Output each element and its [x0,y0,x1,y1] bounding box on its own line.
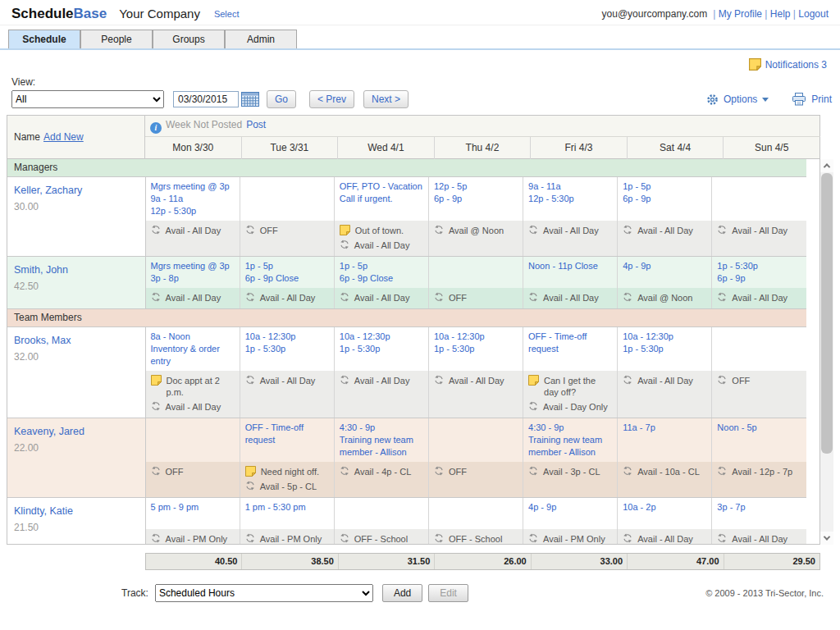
schedule-cell[interactable]: 3p - 7p [712,498,806,529]
schedule-cell[interactable] [712,177,806,221]
availability-cell[interactable]: OFF [428,288,523,309]
add-new-link[interactable]: Add New [43,131,84,143]
scrollbar[interactable] [820,159,833,545]
tab-admin[interactable]: Admin [225,30,297,48]
scroll-up-button[interactable] [820,159,833,172]
availability-cell[interactable]: Avail - 12p - 7p [712,462,806,498]
schedule-cell[interactable]: 4:30 - 9pTraining new team member - Alli… [523,418,618,463]
availability-cell[interactable]: Need night off.Avail - 5p - CL [240,462,334,498]
track-select[interactable]: Scheduled Hours [155,584,373,602]
availability-cell[interactable]: Avail - All Day [145,288,240,309]
schedule-cell[interactable]: 12p - 5p6p - 9p [428,177,523,221]
schedule-cell[interactable] [240,177,334,221]
edit-button[interactable]: Edit [428,584,468,602]
availability-cell[interactable]: OFF [428,462,523,498]
schedule-cell[interactable] [334,498,428,529]
add-button[interactable]: Add [382,584,422,602]
person-name-link[interactable]: Brooks, Max [14,335,139,346]
availability-cell[interactable]: Avail - All Day [618,371,712,418]
schedule-cell[interactable] [712,327,806,372]
schedule-cell[interactable]: Mgrs meeting @ 3p3p - 8p [145,257,240,289]
next-week-button[interactable]: Next > [363,90,409,108]
date-input[interactable] [173,91,239,107]
schedule-cell[interactable]: OFF - Time-off request [240,418,334,463]
schedule-cell[interactable]: Mgrs meeting @ 3p9a - 11a12p - 5:30p [145,177,240,221]
schedule-cell[interactable]: 11a - 7p [618,418,712,463]
schedule-cell[interactable]: 10a - 2p [618,498,712,529]
availability-cell[interactable]: Avail - All Day [428,371,523,418]
view-select[interactable]: All [11,90,164,108]
schedule-cell[interactable]: 1p - 5p6p - 9p [618,177,712,221]
availability-cell[interactable]: Avail - All Day [240,371,334,418]
availability-cell[interactable]: Avail - 3p - CL [523,462,618,498]
schedule-cell[interactable]: 10a - 12:30p1p - 5:30p [428,327,523,372]
availability-cell[interactable]: Out of town.Avail - All Day [334,221,428,257]
schedule-cell[interactable]: 4p - 9p [523,498,618,529]
schedule-cell[interactable]: 10a - 12:30p1p - 5:30p [334,327,428,372]
tab-groups[interactable]: Groups [153,30,225,48]
tab-schedule[interactable]: Schedule [8,30,80,48]
schedule-cell[interactable] [428,498,523,529]
person-name-link[interactable]: Klindty, Katie [14,505,139,517]
schedule-cell[interactable]: 8a - NoonInventory & order entry [145,327,240,372]
availability-cell[interactable]: Avail @ Noon [618,288,712,309]
options-button[interactable]: Options [706,94,769,106]
availability-cell[interactable]: Avail - PM Only [145,529,240,546]
availability-cell[interactable]: Avail - PM Only [523,529,618,546]
nav-link-help[interactable]: Help [770,8,791,20]
select-company-link[interactable]: Select [214,9,240,19]
availability-cell[interactable]: Avail - PM Only [240,529,334,546]
availability-cell[interactable]: Avail - All Day [712,529,806,546]
nav-link-my-profile[interactable]: My Profile [719,8,762,20]
schedule-cell[interactable]: 1p - 5:30p6p - 9p [712,257,806,289]
person-name-link[interactable]: Keller, Zachary [14,185,139,196]
availability-cell[interactable]: OFF - School [334,529,428,546]
availability-cell[interactable]: Avail - All Day [618,529,712,546]
person-name-link[interactable]: Keaveny, Jared [14,426,139,437]
schedule-cell[interactable] [428,257,523,289]
go-button[interactable]: Go [267,90,296,108]
schedule-cell[interactable] [145,418,240,463]
schedule-cell[interactable]: 1p - 5p6p - 9p Close [334,257,428,289]
scroll-down-button[interactable] [820,532,833,545]
schedule-cell[interactable]: OFF - Time-off request [523,327,618,372]
tab-people[interactable]: People [80,30,153,48]
availability-cell[interactable]: Avail - All Day [712,288,806,309]
availability-cell[interactable]: OFF [712,371,806,418]
availability-cell[interactable]: OFF [145,462,240,498]
person-name-link[interactable]: Smith, John [14,264,139,276]
availability-cell[interactable]: OFF [240,221,334,257]
availability-cell[interactable]: Can I get the day off?Avail - Day Only [523,371,618,418]
prev-week-button[interactable]: < Prev [309,90,354,108]
notifications-link[interactable]: Notifications 3 [765,59,827,71]
calendar-button[interactable] [241,92,259,107]
availability-cell[interactable]: Avail - All Day [334,371,428,418]
availability-cell[interactable]: Avail - All Day [145,221,240,257]
schedule-cell[interactable]: 10a - 12:30p1p - 5:30p [240,327,334,372]
schedule-cell[interactable]: 5 pm - 9 pm [145,498,240,529]
availability-cell[interactable]: Avail - 10a - CL [618,462,712,498]
schedule-cell[interactable]: 10a - 12:30p1p - 5:30p [618,327,712,372]
availability-cell[interactable]: OFF - School [428,529,523,546]
schedule-cell[interactable]: 4:30 - 9pTraining new team member - Alli… [334,418,428,463]
availability-cell[interactable]: Avail - 4p - CL [334,462,428,498]
availability-cell[interactable]: Avail - All Day [618,221,712,257]
availability-cell[interactable]: Doc appt at 2 p.m.Avail - All Day [145,371,240,418]
schedule-cell[interactable]: 4p - 9p [618,257,712,289]
schedule-cell[interactable]: OFF, PTO - VacationCall if urgent. [334,177,428,221]
schedule-cell[interactable] [428,418,523,463]
availability-cell[interactable]: Avail - All Day [523,221,618,257]
schedule-cell[interactable]: Noon - 5p [712,418,806,463]
schedule-cell[interactable]: Noon - 11p Close [523,257,618,289]
scroll-thumb[interactable] [821,173,833,454]
schedule-cell[interactable]: 1p - 5p6p - 9p Close [240,257,334,289]
schedule-cell[interactable]: 1 pm - 5:30 pm [240,498,334,529]
availability-cell[interactable]: Avail - All Day [334,288,428,309]
print-button[interactable]: Print [792,93,832,106]
post-link[interactable]: Post [246,119,266,130]
nav-link-logout[interactable]: Logout [798,8,829,20]
availability-cell[interactable]: Avail - All Day [523,288,618,309]
availability-cell[interactable]: Avail @ Noon [428,221,523,257]
availability-cell[interactable]: Avail - All Day [240,288,334,309]
schedule-cell[interactable]: 9a - 11a12p - 5:30p [523,177,618,221]
